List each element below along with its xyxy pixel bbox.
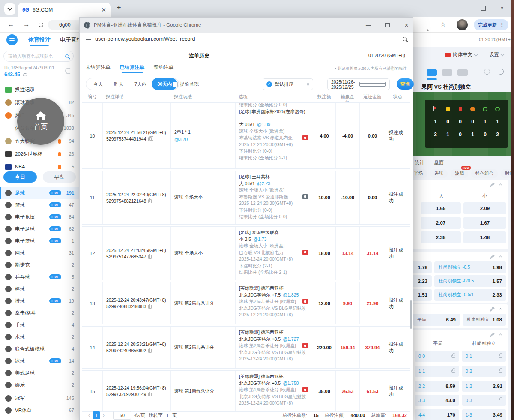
copy-icon[interactable] xyxy=(148,137,152,141)
copy-icon[interactable] xyxy=(148,255,152,259)
refresh-odds-icon[interactable] xyxy=(498,69,504,75)
back-button[interactable]: ← xyxy=(8,21,14,28)
market-pill[interactable]: 特色组合 xyxy=(471,169,498,178)
over-odds-button[interactable]: 2.07 xyxy=(421,217,461,229)
window-maximize-button[interactable] xyxy=(481,6,486,11)
nav-tab-sports[interactable]: 体育投注 xyxy=(28,36,51,44)
market-pill[interactable]: 波胆NEW xyxy=(451,169,468,178)
copy-icon[interactable] xyxy=(148,393,152,396)
sidebar-sport-item[interactable]: 水球2 xyxy=(0,331,79,343)
live-video-icon[interactable] xyxy=(302,299,308,304)
page-number-button[interactable]: 1 xyxy=(93,411,100,419)
jump-page-value[interactable]: 1 xyxy=(166,413,169,418)
sidebar-sport-item[interactable]: 足球LIVE191 xyxy=(0,187,79,199)
forward-button[interactable]: → xyxy=(23,21,30,28)
record-tab[interactable]: 已结算注单 xyxy=(120,64,145,73)
collapse-icon[interactable] xyxy=(499,184,503,188)
info-icon[interactable]: i xyxy=(484,69,490,75)
sidebar-sport-item[interactable]: 冰球LIVE14 xyxy=(0,355,79,367)
market-tab-odds-icon[interactable] xyxy=(427,69,437,76)
correct-score-button[interactable]: 3-343.0 xyxy=(415,395,459,406)
window-minimize-button[interactable] xyxy=(462,5,469,11)
copy-icon[interactable] xyxy=(148,199,152,203)
popup-minimize-button[interactable]: — xyxy=(366,22,371,28)
correct-score-button[interactable]: 0-1 xyxy=(462,351,506,362)
zoom-out-icon[interactable] xyxy=(427,22,427,30)
tab-close-icon[interactable]: ✕ xyxy=(101,6,106,13)
away-handicap-odds-button[interactable]: 杜尚别独立 -0.5/12.33 xyxy=(434,289,506,301)
search-icon[interactable] xyxy=(65,54,69,58)
popup-url-bar[interactable]: user-pc-new.youbaokun.com/#/bet_record xyxy=(80,33,413,45)
correct-score-button[interactable]: 0-3 xyxy=(462,395,506,406)
live-video-icon[interactable] xyxy=(302,250,308,255)
draw-odds-button[interactable]: 平局 6.49 xyxy=(413,314,460,326)
sidebar-sport-item[interactable]: 斯诺克2 xyxy=(0,259,79,271)
correct-score-button[interactable]: 2-28.59 xyxy=(415,381,459,392)
checkbox-icon[interactable] xyxy=(173,82,178,87)
copy-icon[interactable] xyxy=(148,305,152,309)
market-tab-live-icon[interactable] xyxy=(442,69,452,76)
sidebar-sport-item[interactable]: 棒球2 xyxy=(0,283,79,295)
scrollbar-thumb[interactable] xyxy=(410,300,412,329)
correct-score-button[interactable]: 1-33.49 xyxy=(462,409,506,420)
correct-score-button[interactable]: 0-2 xyxy=(462,366,506,377)
live-video-icon[interactable] xyxy=(302,387,308,392)
eye-icon[interactable] xyxy=(23,73,27,76)
reload-button[interactable] xyxy=(39,22,43,27)
tab-markets[interactable]: 盘面 xyxy=(434,159,444,166)
over-odds-button[interactable]: 2.35 xyxy=(421,231,461,243)
date-range-input[interactable]: 2025/11/26-2025/12/25 xyxy=(327,78,390,90)
profile-avatar[interactable] xyxy=(457,19,468,30)
per-page-input[interactable]: 50 xyxy=(113,411,131,420)
quick-filter-button[interactable]: 今天 xyxy=(88,81,108,87)
record-tab[interactable]: 预约注单 xyxy=(154,64,173,73)
tab-stats[interactable]: 统计 xyxy=(415,159,424,166)
refresh-balance-icon[interactable] xyxy=(65,68,72,74)
popup-maximize-button[interactable] xyxy=(386,23,390,27)
pin-icon[interactable] xyxy=(490,308,493,312)
sidebar-sport-item[interactable]: 冠军145 xyxy=(0,392,79,404)
pin-icon[interactable] xyxy=(490,183,493,187)
correct-score-button[interactable]: 4-4170 xyxy=(415,409,459,420)
zoom-icon[interactable] xyxy=(403,37,407,41)
away-handicap-odds-button[interactable]: 杜尚别独立 -0.51.98 xyxy=(434,261,506,273)
stats-doc-icon[interactable] xyxy=(302,194,308,199)
sidebar-item[interactable]: 2026-世界杯26 xyxy=(0,147,79,160)
popup-title-bar[interactable]: PM体育-亚洲在线体育竞猜投注 - Google Chrome — ✕ xyxy=(80,18,413,33)
sidebar-item[interactable]: 投注记录 xyxy=(0,83,79,96)
sidebar-sport-item[interactable]: 排球LIVE19 xyxy=(0,295,79,307)
correct-score-button[interactable]: 1-1 xyxy=(415,366,459,377)
tab-today[interactable]: 今日 xyxy=(3,171,37,183)
cashout-filter[interactable]: 提前兑现 xyxy=(173,81,199,87)
sidebar-sport-item[interactable]: 美式足球2 xyxy=(0,367,79,379)
settings-menu[interactable]: 设置 xyxy=(489,51,504,58)
away-win-odds-button[interactable]: 杜尚别独立 1.08 xyxy=(463,314,506,326)
sidebar-sport-item[interactable]: 联合式橄榄球4 xyxy=(0,343,79,355)
quick-filter-button[interactable]: 7天内 xyxy=(129,81,152,87)
correct-score-button[interactable]: 0-0 xyxy=(415,351,459,362)
window-close-button[interactable] xyxy=(498,5,506,11)
new-tab-button[interactable]: + xyxy=(117,3,121,12)
record-tab[interactable]: 未结算注单 xyxy=(86,64,111,73)
search-input[interactable] xyxy=(8,54,65,59)
query-button[interactable]: 查询 xyxy=(397,78,414,90)
collapse-icon[interactable] xyxy=(499,256,503,260)
live-video-icon[interactable] xyxy=(302,343,308,348)
under-odds-button[interactable]: 1.67 xyxy=(463,217,506,229)
over-odds-button[interactable]: 1.65 xyxy=(421,202,461,214)
chrome-update-button[interactable]: 完成更新 ⋮ xyxy=(474,19,508,30)
popup-close-button[interactable]: ✕ xyxy=(404,22,409,28)
live-video-icon[interactable] xyxy=(302,135,308,140)
next-page-icon[interactable]: › xyxy=(100,412,107,418)
prev-page-icon[interactable]: ‹ xyxy=(86,412,93,418)
sidebar-sport-item[interactable]: VR体育67 xyxy=(0,404,79,416)
sidebar-sport-item[interactable]: 手球4 xyxy=(0,319,79,331)
pin-icon[interactable] xyxy=(490,333,493,337)
copy-icon[interactable] xyxy=(148,349,152,353)
market-pill[interactable]: 时间 xyxy=(501,169,511,178)
home-fab-button[interactable]: 首页 xyxy=(17,98,64,145)
sidebar-sport-item[interactable]: 娱乐2 xyxy=(0,379,79,391)
league-search-box[interactable] xyxy=(3,51,74,62)
sidebar-sport-item[interactable]: 网球31 xyxy=(0,247,79,259)
pin-icon[interactable] xyxy=(490,255,493,259)
